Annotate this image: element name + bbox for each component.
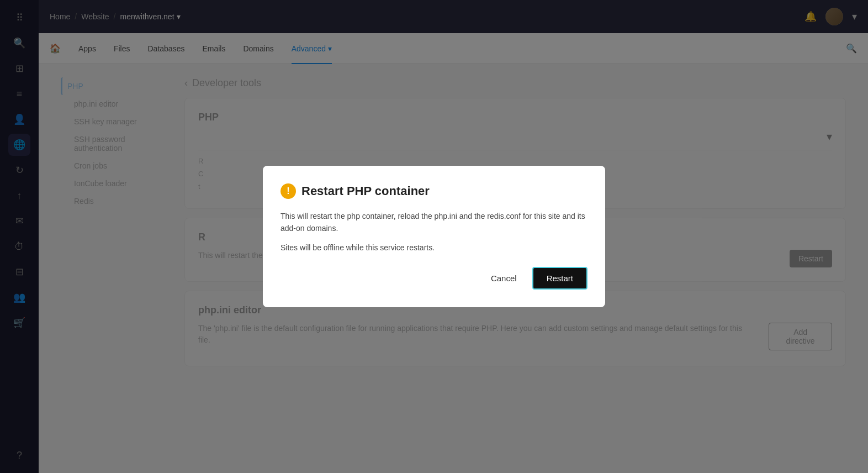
warning-icon: ! [280, 183, 296, 199]
modal-actions: Cancel Restart [280, 267, 588, 290]
modal-body-line1: This will restart the php container, rel… [280, 210, 588, 235]
modal-body: This will restart the php container, rel… [280, 210, 588, 254]
cancel-button[interactable]: Cancel [482, 267, 526, 290]
modal-restart-button[interactable]: Restart [532, 267, 588, 290]
modal-overlay: ! Restart PHP container This will restar… [0, 0, 868, 473]
modal: ! Restart PHP container This will restar… [263, 166, 605, 307]
modal-body-line2: Sites will be offline while this service… [280, 241, 588, 254]
modal-title: ! Restart PHP container [280, 183, 588, 199]
